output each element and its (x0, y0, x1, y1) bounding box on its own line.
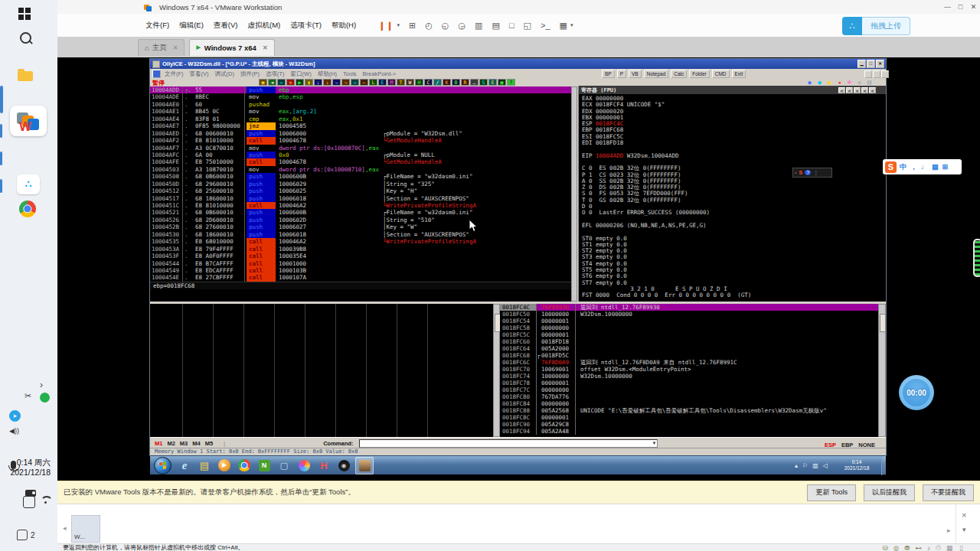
stack-row[interactable]: 0018FC60 0018FD18 (500, 338, 878, 345)
guest-taskbar-icon-npp[interactable]: N (256, 458, 273, 474)
stack-row[interactable]: 0018FC88 005A2568UNICODE "E:\吾爱破解工具包\吾爱破… (500, 407, 878, 414)
olly-toolbar-button[interactable]: B (452, 79, 460, 86)
vmware-menu-item[interactable]: 选项卡(T) (290, 21, 322, 31)
console-icon[interactable]: >_ (541, 21, 550, 30)
ime-box-icon[interactable]: ▫ (795, 170, 796, 175)
dropdown2-icon[interactable]: ▾ (570, 22, 573, 28)
disassembly-scrollbar[interactable] (571, 86, 577, 302)
plugin-icon[interactable]: ✽ (845, 79, 854, 86)
show-hidden-icon[interactable]: ▴ (795, 462, 798, 469)
memory-tab-m2[interactable]: M2 (167, 440, 175, 447)
olly-toolbar-button[interactable]: E (488, 79, 497, 86)
disasm-row[interactable]: 10004AF7.A3 0C870010movdword ptr ds:[0x1… (150, 145, 571, 152)
olly-quick-button-cmd[interactable]: CMD (712, 70, 730, 78)
snapshot-take-icon[interactable]: ◴ (425, 21, 433, 31)
combo-dropdown-icon[interactable]: ▼ (652, 441, 657, 445)
guest-taskbar-icon-explorer[interactable]: ▤ (196, 458, 213, 474)
guest-taskbar-icon-wmp[interactable]: ▶ (216, 458, 233, 474)
disasm-row[interactable]: 10004AFE.E8 75010000call10004678└GetModu… (150, 158, 571, 165)
olly-toolbar-button[interactable]: C (424, 79, 433, 86)
olly-toolbar-button[interactable]: ✕ (286, 79, 295, 86)
minimize-button[interactable]: — (941, 3, 954, 11)
mdi-restore-button[interactable] (873, 70, 880, 78)
olly-toolbar-button[interactable]: ↓ (323, 79, 332, 86)
stack-row[interactable]: 0018FC6C 76F8D0A9返回到 ntdll_12.76F8D0A9 来… (500, 359, 878, 366)
olly-quick-button-calc[interactable]: Calc (671, 70, 687, 78)
olly-toolbar-button[interactable]: E (378, 79, 387, 86)
register-line[interactable]: ST3 empty 0.0 (582, 254, 886, 260)
olly-toolbar-button[interactable]: R (461, 79, 469, 86)
disasm-row[interactable]: 1000453A.E8 79F4FFFFcall100039B8 (150, 246, 571, 253)
olly-menu-item[interactable]: 插件(P) (240, 70, 260, 78)
olly-toolbar-button[interactable]: ⤷ (332, 79, 341, 86)
sogou-mic-icon[interactable]: ♩ (921, 163, 928, 171)
disasm-row[interactable]: 1000454E.E8 27CBFFFFcall1000107A (150, 274, 571, 281)
disassembly-pane[interactable]: 10004ADD┌.55pushebp10004ADE.8BECmovebp,e… (150, 86, 571, 282)
ime-more-icon[interactable]: ⋮ (813, 170, 818, 176)
chrome-icon[interactable] (19, 201, 36, 217)
plugin-icon[interactable]: ▨ (865, 79, 874, 86)
printer-status-icon[interactable]: ⎙ (936, 543, 941, 551)
disasm-row[interactable]: 10004ADE.8BECmovebp,esp (150, 93, 571, 100)
olly-close-button[interactable]: ✕ (876, 60, 884, 68)
olly-toolbar-button[interactable]: ⤷ (341, 79, 350, 86)
stack-row[interactable]: 0018FC54 00000001 (500, 318, 878, 324)
tab-close-icon[interactable]: ✕ (173, 44, 178, 51)
stack-row[interactable]: 0018FC5C 00000001 (500, 331, 878, 338)
olly-minimize-button[interactable]: ▁ (858, 60, 866, 68)
volume-tray-icon[interactable]: ◀)) (9, 427, 19, 435)
register-line[interactable]: EBP 0018FC68 (582, 127, 886, 133)
olly-quick-button-folder[interactable]: Folder (689, 70, 709, 78)
tab-close-icon[interactable]: ✕ (263, 44, 268, 51)
stack-row[interactable]: 0018FC70 10069001offset W32Dsm.<ModuleEn… (500, 366, 878, 373)
register-line[interactable]: ST1 empty 0.0 (582, 242, 886, 248)
guest-taskbar-icon-h[interactable]: H (315, 458, 332, 474)
olly-toolbar-button[interactable]: S (479, 79, 488, 86)
sogou-toolbox-icon[interactable]: ⊞ (942, 163, 949, 171)
guest-taskbar-icon-ie[interactable]: e (176, 458, 193, 474)
olly-toolbar-button[interactable]: L (369, 79, 377, 86)
sogou-ime-bar[interactable]: S 中，♩▤⊞ (883, 159, 962, 174)
maximize-button[interactable]: □ (954, 3, 967, 11)
timer-widget[interactable]: 00:00 (899, 375, 934, 410)
olly-toolbar-button[interactable]: H (415, 79, 423, 86)
update-tools-button[interactable]: 更新 Tools (807, 484, 856, 501)
dump-pane[interactable] (150, 304, 493, 437)
disasm-row[interactable]: 1000451C.E8 81010000call100046A2└WritePr… (150, 202, 571, 209)
olly-quick-button-bp[interactable]: BP (602, 70, 615, 78)
olly-toolbar-button[interactable]: M (387, 79, 396, 86)
disasm-row[interactable]: 10004AE7.0F85 98000000jnz10004585 (150, 122, 571, 129)
info-pane[interactable] (150, 289, 571, 302)
olly-toolbar-button[interactable]: / (433, 79, 442, 86)
disasm-row[interactable]: 10004517.68 18600010push10006018│Section… (150, 195, 571, 202)
disasm-row[interactable]: 10004535.E8 68010000call100046A2└WritePr… (150, 238, 571, 245)
disasm-row[interactable]: 10004549.E8 EDCAFFFFcall1000103B (150, 267, 571, 274)
register-line[interactable] (582, 229, 886, 235)
vmware-menu-item[interactable]: 帮助(H) (332, 21, 356, 31)
olly-toolbar-button[interactable]: ← (360, 79, 368, 86)
stack-row[interactable]: 0018FC4C 76F89930返回到 ntdll_12.76F89930 (500, 304, 878, 311)
cdrom-status-icon[interactable]: ◎ (893, 544, 899, 551)
disasm-row[interactable]: 10004AE0.60pushad (150, 101, 571, 108)
register-line[interactable]: ST2 empty 0.0 (582, 248, 886, 254)
action-center-icon[interactable]: ⚐ (802, 462, 808, 469)
sidebar-handle-widget[interactable] (973, 239, 980, 277)
snapshot-manager-icon[interactable]: ◶ (458, 21, 466, 31)
olly-menu-item[interactable]: Tools (343, 70, 357, 77)
plugin-icon[interactable]: ◆ (805, 79, 814, 86)
mdi-minimize-button[interactable] (864, 70, 872, 78)
olly-toolbar-button[interactable]: → (351, 79, 359, 86)
olly-menu-item[interactable]: 窗口(W) (291, 70, 312, 78)
stack-row[interactable]: 0018FC74 10000000W32Dsm.10000000 (500, 373, 878, 380)
hdd-status-icon[interactable]: ⛁ (883, 544, 888, 551)
olly-menu-item[interactable]: 选项(T) (266, 70, 285, 78)
stack-row[interactable]: 0018FC58 00000000 (500, 324, 878, 331)
pause-icon[interactable]: ❙❙ (378, 21, 394, 31)
disasm-row[interactable]: 10004530.68 18600010push10006018│Section… (150, 231, 571, 238)
guest-clock[interactable]: 0:14 2021/12/18 (832, 459, 881, 472)
memory-tab-m4[interactable]: M4 (192, 440, 200, 447)
ime-help-icon[interactable]: ? (805, 170, 811, 175)
olly-titlebar[interactable]: OllyICE - W32Dsm.dll - [*G.P.U* - 主线程, 模… (150, 59, 886, 69)
ime-logo-icon[interactable]: S (799, 170, 802, 175)
unity-mode-icon[interactable]: ◱ (524, 21, 531, 31)
